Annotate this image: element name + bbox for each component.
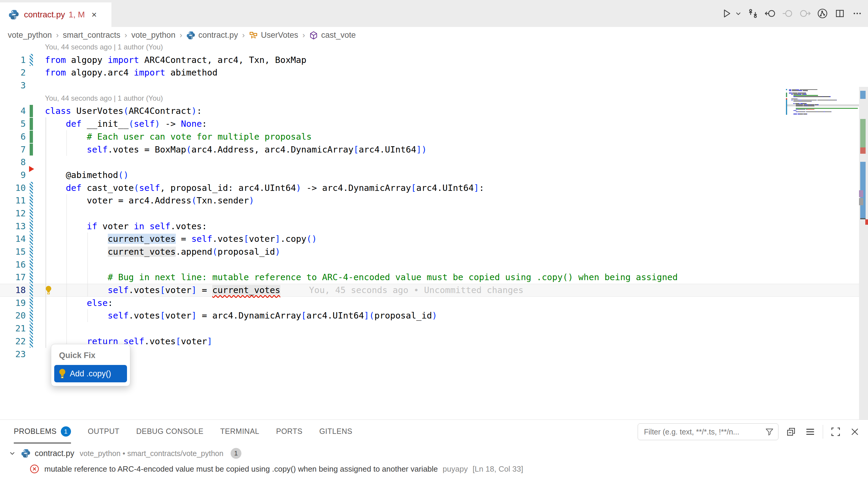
- code-line-2[interactable]: 2from algopy.arc4 import abimethod: [0, 66, 868, 79]
- more-actions-icon[interactable]: [851, 7, 864, 20]
- compare-changes-icon[interactable]: [746, 7, 760, 20]
- gutter-added-decoration[interactable]: [30, 131, 33, 143]
- code-line-4[interactable]: 4class UserVotes(ARC4Contract):: [0, 104, 868, 118]
- code-line-16[interactable]: 16: [0, 258, 868, 271]
- line-number-22[interactable]: 22: [0, 335, 26, 348]
- filter-funnel-icon[interactable]: [765, 427, 774, 436]
- maximize-panel-icon[interactable]: [829, 425, 842, 438]
- breadcrumb-item-contract.py[interactable]: contract.py: [186, 30, 238, 40]
- panel-tab-debug-console[interactable]: DEBUG CONSOLE: [136, 420, 204, 443]
- run-dropdown-chevron-icon[interactable]: [734, 7, 742, 20]
- line-number-4[interactable]: 4: [0, 104, 26, 118]
- gutter-modified-decoration[interactable]: [30, 207, 33, 220]
- gutter-modified-decoration[interactable]: [30, 297, 33, 309]
- problems-filter[interactable]: [638, 423, 778, 440]
- gutter-modified-decoration[interactable]: [30, 322, 33, 335]
- line-number-17[interactable]: 17: [0, 271, 26, 284]
- line-number-11[interactable]: 11: [0, 194, 26, 207]
- code-line-13[interactable]: 13 if voter in self.votes:: [0, 220, 868, 233]
- line-number-19[interactable]: 19: [0, 297, 26, 310]
- line-number-23[interactable]: 23: [0, 348, 26, 361]
- codelens-blame-link[interactable]: You, 44 seconds ago | 1 author (You): [45, 44, 163, 54]
- panel-tab-problems[interactable]: PROBLEMS1: [14, 420, 71, 443]
- code-line-5[interactable]: 5 def __init__(self) -> None:: [0, 118, 868, 130]
- view-as-table-icon[interactable]: [803, 425, 817, 438]
- code-line-10[interactable]: 10 def cast_vote(self, proposal_id: arc4…: [0, 181, 868, 194]
- close-panel-icon[interactable]: [848, 425, 861, 438]
- gutter-modified-decoration[interactable]: [30, 310, 33, 322]
- chevron-down-icon[interactable]: [8, 449, 16, 457]
- code-line-8[interactable]: 8: [0, 156, 868, 169]
- codelens-blame-link[interactable]: You, 44 seconds ago | 1 author (You): [45, 92, 163, 105]
- quickfix-item-add-copy[interactable]: Add .copy(): [54, 365, 127, 382]
- gutter-modified-decoration[interactable]: [30, 335, 33, 348]
- panel-tab-output[interactable]: OUTPUT: [88, 420, 120, 443]
- breadcrumb-item-smart_contracts[interactable]: smart_contracts: [63, 30, 121, 40]
- collapse-all-icon[interactable]: [785, 425, 798, 438]
- code-line-19[interactable]: 19 else:: [0, 297, 868, 310]
- code-line-6[interactable]: 6 # Each user can vote for multiple prop…: [0, 130, 868, 143]
- code-line-17[interactable]: 17 # Bug in next line: mutable reference…: [0, 271, 868, 284]
- line-number-6[interactable]: 6: [0, 130, 26, 143]
- gutter-modified-decoration[interactable]: [30, 220, 33, 232]
- gutter-modified-decoration[interactable]: [30, 271, 33, 284]
- gutter-modified-decoration[interactable]: [30, 246, 33, 258]
- panel-tab-ports[interactable]: PORTS: [276, 420, 303, 443]
- gutter-added-decoration[interactable]: [30, 105, 33, 117]
- commit-graph-icon[interactable]: [816, 7, 829, 20]
- problems-error-row[interactable]: mutable reference to ARC-4-encoded value…: [0, 461, 868, 477]
- problems-file-row[interactable]: contract.py vote_python • smart_contract…: [0, 446, 868, 461]
- line-number-15[interactable]: 15: [0, 245, 26, 258]
- code-line-11[interactable]: 11 voter = arc4.Address(Txn.sender): [0, 194, 868, 207]
- breadcrumb-item-UserVotes[interactable]: UserVotes: [249, 30, 298, 40]
- code-line-3[interactable]: 3: [0, 79, 868, 92]
- code-line-7[interactable]: 7 self.votes = BoxMap(arc4.Address, arc4…: [0, 143, 868, 156]
- editor-tab-contract-py[interactable]: contract.py 1, M ×: [0, 2, 111, 27]
- minimap[interactable]: [786, 89, 859, 119]
- close-tab-icon[interactable]: ×: [91, 10, 97, 19]
- line-number-12[interactable]: 12: [0, 207, 26, 220]
- panel-tab-gitlens[interactable]: GITLENS: [319, 420, 352, 443]
- code-editor[interactable]: You, 44 seconds ago | 1 author (You)1fro…: [0, 44, 868, 419]
- code-line-21[interactable]: 21: [0, 322, 868, 335]
- open-previous-change-icon[interactable]: [764, 7, 777, 20]
- line-number-5[interactable]: 5: [0, 118, 26, 130]
- split-editor-icon[interactable]: [833, 7, 846, 20]
- line-number-2[interactable]: 2: [0, 66, 26, 79]
- previous-change-icon[interactable]: [781, 7, 794, 20]
- line-number-16[interactable]: 16: [0, 258, 26, 271]
- gutter-modified-decoration[interactable]: [30, 194, 33, 207]
- code-line-20[interactable]: 20 self.votes[voter] = arc4.DynamicArray…: [0, 309, 868, 322]
- next-change-icon[interactable]: [798, 7, 812, 20]
- line-number-13[interactable]: 13: [0, 220, 26, 233]
- breadcrumb-item-cast_vote[interactable]: cast_vote: [309, 30, 356, 40]
- code-line-18[interactable]: 18 self.votes[voter] = current_votesYou,…: [0, 284, 868, 297]
- gutter-added-decoration[interactable]: [30, 118, 33, 130]
- code-line-9[interactable]: 9 @abimethod(): [0, 169, 868, 181]
- code-line-22[interactable]: 22 return self.votes[voter]: [0, 335, 868, 348]
- gutter-modified-decoration[interactable]: [30, 54, 33, 66]
- line-number-1[interactable]: 1: [0, 54, 26, 67]
- line-number-10[interactable]: 10: [0, 181, 26, 194]
- line-number-3[interactable]: 3: [0, 79, 26, 92]
- code-line-14[interactable]: 14 current_votes = self.votes[voter].cop…: [0, 232, 868, 245]
- panel-tab-terminal[interactable]: TERMINAL: [220, 420, 259, 443]
- gutter-modified-decoration[interactable]: [30, 284, 33, 296]
- line-number-8[interactable]: 8: [0, 156, 26, 169]
- gutter-modified-decoration[interactable]: [30, 259, 33, 271]
- line-number-21[interactable]: 21: [0, 322, 26, 335]
- code-line-12[interactable]: 12: [0, 207, 868, 220]
- line-number-20[interactable]: 20: [0, 309, 26, 322]
- code-line-1[interactable]: 1from algopy import ARC4Contract, arc4, …: [0, 54, 868, 67]
- problems-filter-input[interactable]: [643, 427, 765, 437]
- line-number-7[interactable]: 7: [0, 143, 26, 156]
- run-python-file-button[interactable]: [720, 7, 733, 20]
- gutter-added-decoration[interactable]: [30, 144, 33, 156]
- line-number-9[interactable]: 9: [0, 169, 26, 181]
- line-number-18[interactable]: 18: [0, 284, 26, 297]
- code-line-15[interactable]: 15 current_votes.append(proposal_id): [0, 245, 868, 258]
- overview-ruler-scrollbar[interactable]: [859, 87, 868, 419]
- breadcrumb-item-vote_python[interactable]: vote_python: [131, 30, 176, 40]
- breadcrumb-item-vote_python[interactable]: vote_python: [8, 30, 52, 40]
- line-number-14[interactable]: 14: [0, 232, 26, 245]
